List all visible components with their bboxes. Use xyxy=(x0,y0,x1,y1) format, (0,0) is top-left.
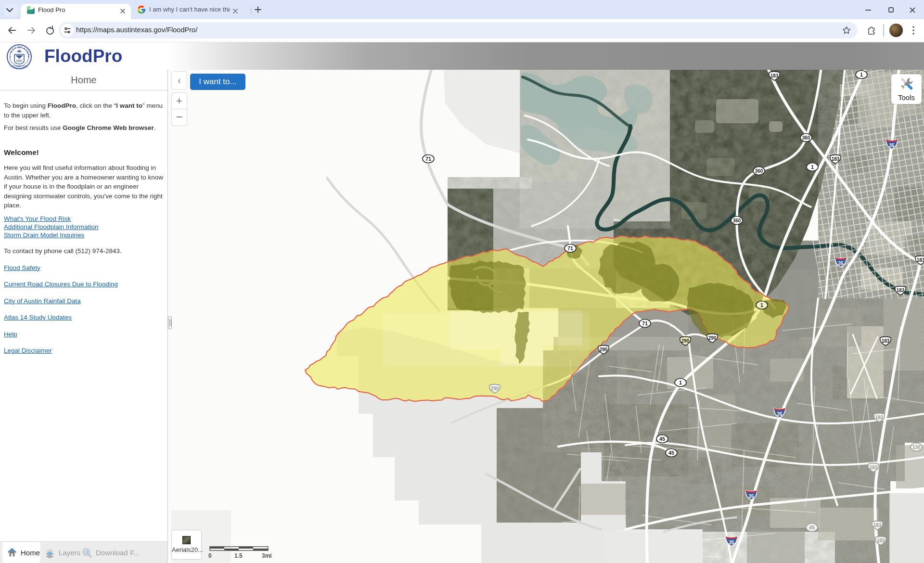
svg-text:35: 35 xyxy=(777,411,783,417)
svg-text:183: 183 xyxy=(877,538,885,543)
svg-text:0: 0 xyxy=(208,552,212,559)
svg-text:45: 45 xyxy=(659,436,665,442)
svg-text:183: 183 xyxy=(917,257,924,263)
svg-text:360: 360 xyxy=(755,168,763,174)
svg-text:290: 290 xyxy=(681,338,690,344)
svg-text:1.5: 1.5 xyxy=(234,552,243,559)
svg-text:35: 35 xyxy=(748,494,754,499)
svg-text:FOUNDED 1839: FOUNDED 1839 xyxy=(11,65,27,68)
svg-text:183: 183 xyxy=(873,523,882,528)
svg-text:35: 35 xyxy=(838,261,844,266)
svg-text:130: 130 xyxy=(912,445,921,450)
svg-text:183: 183 xyxy=(832,156,840,162)
svg-text:360: 360 xyxy=(802,135,810,141)
svg-text:360: 360 xyxy=(733,218,741,223)
svg-text:290: 290 xyxy=(600,347,608,352)
svg-text:45: 45 xyxy=(668,450,674,456)
svg-text:183: 183 xyxy=(875,415,884,420)
svg-text:290: 290 xyxy=(491,386,499,391)
svg-text:1: 1 xyxy=(679,380,682,385)
svg-text:1: 1 xyxy=(760,302,763,308)
svg-text:71: 71 xyxy=(425,156,431,162)
svg-text:1: 1 xyxy=(860,72,863,77)
svg-text:1: 1 xyxy=(811,164,814,170)
svg-text:183: 183 xyxy=(770,73,779,78)
svg-text:183: 183 xyxy=(897,288,905,293)
svg-text:183: 183 xyxy=(882,338,890,344)
svg-text:3mi: 3mi xyxy=(262,552,272,559)
svg-text:71: 71 xyxy=(567,245,573,251)
svg-text:45: 45 xyxy=(809,525,815,530)
svg-text:183: 183 xyxy=(870,465,878,470)
svg-text:35: 35 xyxy=(729,540,734,545)
svg-text:71: 71 xyxy=(642,320,648,326)
svg-text:290: 290 xyxy=(708,335,717,341)
svg-text:35: 35 xyxy=(889,143,895,148)
